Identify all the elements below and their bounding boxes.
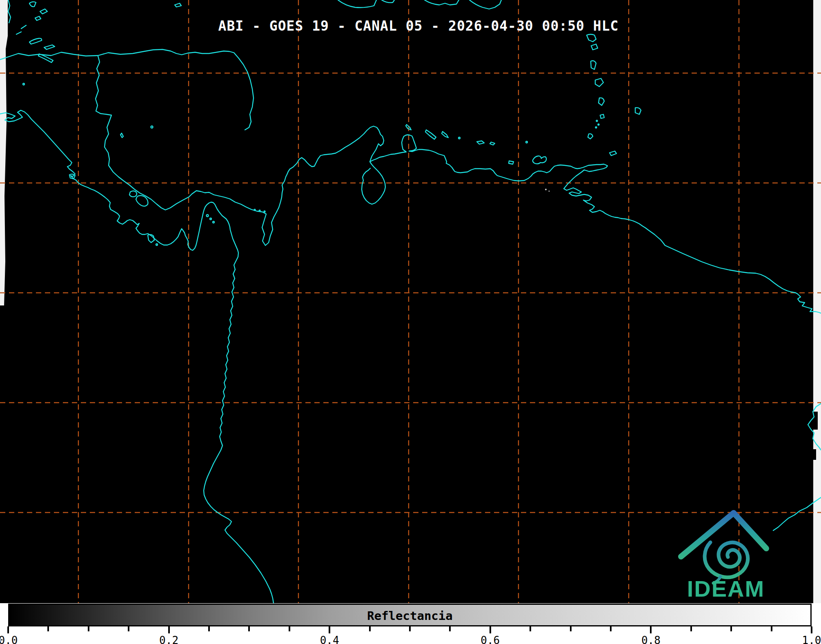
colorbar-tick-label: 0.4 xyxy=(320,634,339,644)
colorbar-gradient: Reflectancia xyxy=(8,604,812,626)
colorbar-major-tick xyxy=(7,626,9,633)
colorbar-major-tick xyxy=(489,626,491,633)
colorbar-tick-label: 0.8 xyxy=(641,634,661,644)
colorbar-minor-tick xyxy=(248,626,250,631)
colorbar-minor-tick xyxy=(88,626,89,631)
product-title: ABI - GOES 19 - CANAL 05 - 2026-04-30 00… xyxy=(0,18,821,34)
colorbar-major-tick xyxy=(650,626,652,633)
colorbar-tick-label: 0.0 xyxy=(0,634,18,644)
colorbar-minor-tick xyxy=(208,626,210,631)
colorbar-major-tick xyxy=(168,626,170,633)
colorbar-minor-tick xyxy=(409,626,411,631)
colorbar-minor-tick xyxy=(570,626,572,631)
ideam-logo: IDEAM xyxy=(672,509,778,603)
colorbar-minor-tick xyxy=(369,626,371,631)
colorbar-tick-label: 1.0 xyxy=(802,634,821,644)
colorbar-minor-tick xyxy=(771,626,772,631)
colorbar-minor-tick xyxy=(289,626,290,631)
colorbar-minor-tick xyxy=(730,626,732,631)
ideam-logo-spiral xyxy=(705,542,748,577)
colorbar-panel: Reflectancia 0.00.20.40.60.81.0 xyxy=(0,603,821,644)
colorbar-minor-tick xyxy=(449,626,451,631)
colorbar-tick-label: 0.6 xyxy=(481,634,500,644)
ideam-logo-mountain xyxy=(681,513,766,557)
colorbar-tick-label: 0.2 xyxy=(159,634,178,644)
colorbar-minor-tick xyxy=(128,626,129,631)
colorbar-minor-tick xyxy=(530,626,531,631)
satellite-product-image: ABI - GOES 19 - CANAL 05 - 2026-04-30 00… xyxy=(0,0,821,644)
colorbar-minor-tick xyxy=(690,626,692,631)
colorbar-minor-tick xyxy=(610,626,612,631)
colorbar-major-tick xyxy=(329,626,330,633)
colorbar-label: Reflectancia xyxy=(9,609,810,623)
ideam-logo-text: IDEAM xyxy=(687,576,765,602)
colorbar-major-tick xyxy=(811,626,812,633)
colorbar-minor-tick xyxy=(47,626,49,631)
